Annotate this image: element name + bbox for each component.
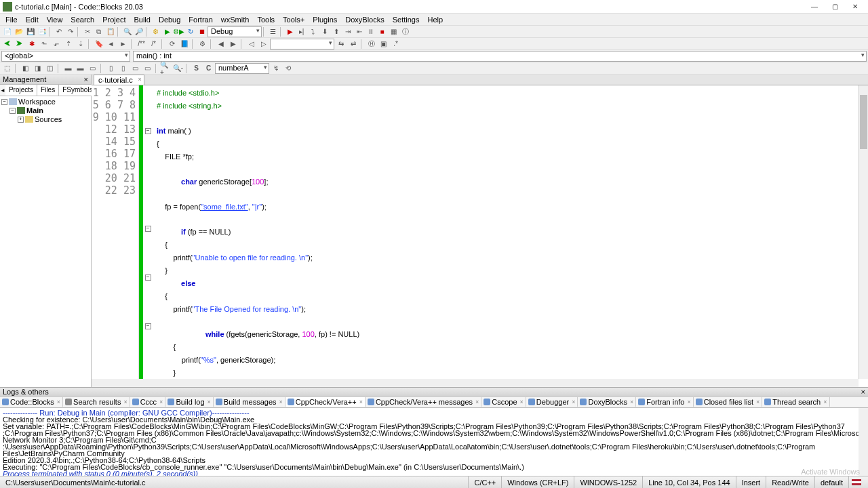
logtab-buildmsg[interactable]: Build messages× — [214, 397, 285, 407]
rebuild-icon[interactable]: ↻ — [184, 26, 196, 37]
paste-icon[interactable]: 📋 — [104, 26, 116, 37]
tab-close-icon[interactable]: × — [279, 399, 283, 405]
undo-icon[interactable]: ↶ — [53, 26, 64, 37]
run-to-cursor-icon[interactable]: ▸| — [296, 26, 307, 37]
menu-fortran[interactable]: Fortran — [184, 14, 216, 25]
doxy-run-icon[interactable]: ⚙ — [197, 39, 208, 49]
prev-func-icon[interactable]: ⬑ — [38, 39, 50, 49]
cut-icon[interactable]: ✂ — [81, 26, 93, 37]
logtab-codeblocks[interactable]: Code::Blocks× — [0, 397, 63, 407]
menu-toolsplus[interactable]: Tools+ — [279, 14, 309, 25]
search-text-combo[interactable] — [270, 39, 334, 49]
collapse-icon[interactable]: − — [1, 99, 7, 105]
tab-close-icon[interactable]: × — [823, 399, 827, 405]
logtab-cccc[interactable]: Cccc× — [130, 397, 166, 407]
next-bookmark-icon[interactable]: ► — [117, 39, 129, 49]
logtab-doxy[interactable]: DoxyBlocks× — [578, 397, 636, 407]
tree-project[interactable]: − Main — [1, 106, 90, 115]
close-button[interactable]: ✕ — [845, 1, 865, 13]
fold-icon[interactable]: − — [145, 128, 151, 134]
block2-icon[interactable]: ▬ — [75, 63, 86, 74]
jump-back-icon[interactable]: ⮜ — [1, 39, 13, 49]
logtab-closed[interactable]: Closed files list× — [694, 397, 763, 407]
jump-fwd-icon[interactable]: ⮞ — [14, 39, 25, 49]
doxy-line-icon[interactable]: /* — [148, 39, 159, 49]
block1-icon[interactable]: ▬ — [62, 63, 74, 74]
expand-icon[interactable]: + — [18, 117, 24, 123]
menu-build[interactable]: Build — [130, 14, 154, 25]
blockb-icon[interactable]: ▯ — [117, 63, 129, 74]
scope-left-combo[interactable]: <global> — [1, 51, 130, 62]
zoom-out-icon[interactable]: 🔍- — [172, 63, 184, 74]
symbol-combo[interactable]: numberA — [215, 63, 269, 74]
logtab-thread[interactable]: Thread search× — [762, 397, 829, 407]
bold-s-icon[interactable]: S — [191, 63, 202, 74]
code-content[interactable]: # include <stdio.h> # include <string.h>… — [153, 85, 868, 387]
tab-close-icon[interactable]: × — [57, 399, 60, 405]
build-run-icon[interactable]: ⚙▶ — [173, 26, 184, 37]
highlight-icon[interactable]: Ⓗ — [366, 39, 377, 49]
blockd-icon[interactable]: ▭ — [142, 63, 153, 74]
prev-chg-icon[interactable]: ⇡ — [62, 39, 74, 49]
logtab-cppcheck[interactable]: CppCheck/Vera++× — [285, 397, 366, 407]
find-icon[interactable]: 🔍 — [121, 26, 133, 37]
tab-close-icon[interactable]: × — [572, 399, 575, 405]
lang-flag-icon[interactable] — [852, 479, 861, 485]
tab-close-icon[interactable]: × — [359, 399, 363, 405]
tab-close-icon[interactable]: × — [123, 399, 127, 405]
menu-project[interactable]: Project — [98, 14, 130, 25]
code-editor[interactable]: 1 2 3 4 5 6 7 8 9 10 11 12 13 14 15 16 1… — [92, 85, 868, 387]
collapse-icon[interactable]: − — [9, 108, 16, 114]
logtab-fortran[interactable]: Fortran info× — [636, 397, 694, 407]
prev-bookmark-icon[interactable]: ◄ — [105, 39, 117, 49]
next-instr-icon[interactable]: ⇥ — [342, 26, 353, 37]
info-icon[interactable]: ⓘ — [399, 26, 411, 37]
blockc-icon[interactable]: ▭ — [130, 63, 141, 74]
blocka-icon[interactable]: ▯ — [105, 63, 117, 74]
logs-close-icon[interactable]: × — [861, 388, 865, 396]
abort-icon[interactable]: ⏹ — [196, 26, 208, 37]
next-chg-icon[interactable]: ⇣ — [75, 39, 86, 49]
menu-doxyblocks[interactable]: DoxyBlocks — [341, 14, 388, 25]
hist-prev-icon[interactable]: ◀ — [215, 39, 226, 49]
search-opt1-icon[interactable]: ⇆ — [335, 39, 347, 49]
logtab-cscope[interactable]: Cscope× — [481, 397, 526, 407]
replace-icon[interactable]: 🔎 — [133, 26, 144, 37]
fold-icon[interactable]: − — [145, 323, 151, 329]
fold-icon[interactable]: − — [145, 274, 151, 281]
debug-windows-icon[interactable]: ▦ — [388, 26, 399, 37]
log-output[interactable]: -------------- Run: Debug in Main (compi… — [0, 408, 868, 476]
mgmt-tab-prev-icon[interactable]: ◄ — [0, 85, 5, 96]
logtab-debugger[interactable]: Debugger× — [526, 397, 578, 407]
stop-debug-icon[interactable]: ■ — [376, 26, 388, 37]
select-tool-icon[interactable]: ⬚ — [1, 63, 13, 74]
tab-close-icon[interactable]: × — [756, 399, 760, 405]
editor-vscroll[interactable] — [859, 85, 868, 379]
zoom-in-icon[interactable]: 🔍+ — [160, 63, 172, 74]
editor-hscroll[interactable] — [92, 379, 859, 387]
tree-sources-folder[interactable]: + Sources — [1, 115, 90, 124]
menu-plugins[interactable]: Plugins — [309, 14, 341, 25]
menu-view[interactable]: View — [43, 14, 67, 25]
new-file-icon[interactable]: 📄 — [1, 26, 13, 37]
minimize-button[interactable]: — — [804, 1, 825, 13]
tab-close-icon[interactable]: × — [475, 399, 479, 405]
maximize-button[interactable]: ▢ — [825, 1, 845, 13]
search-prev-icon[interactable]: ◁ — [245, 39, 257, 49]
logtab-search[interactable]: Search results× — [63, 397, 130, 407]
save-all-icon[interactable]: 📑 — [36, 26, 47, 37]
tab-close-icon[interactable]: × — [520, 399, 524, 405]
project-tree[interactable]: − Workspace − Main + Sources — [0, 96, 91, 387]
tab-close-icon[interactable]: × — [208, 399, 211, 405]
log-vscroll[interactable] — [859, 408, 868, 476]
fold-icon[interactable]: − — [145, 226, 151, 232]
next-line-icon[interactable]: ⤵ — [307, 26, 319, 37]
hist-next-icon[interactable]: ▶ — [227, 39, 239, 49]
doxy-html-icon[interactable]: 📘 — [178, 39, 190, 49]
toggle-header-icon[interactable]: ◨ — [32, 63, 43, 74]
step-out-icon[interactable]: ⬆ — [330, 26, 342, 37]
mgmt-tab-projects[interactable]: Projects — [5, 85, 37, 96]
doxy-refresh-icon[interactable]: ⟳ — [166, 39, 178, 49]
logtab-cppcheckmsg[interactable]: CppCheck/Vera++ messages× — [366, 397, 481, 407]
regex-icon[interactable]: .* — [390, 39, 401, 49]
